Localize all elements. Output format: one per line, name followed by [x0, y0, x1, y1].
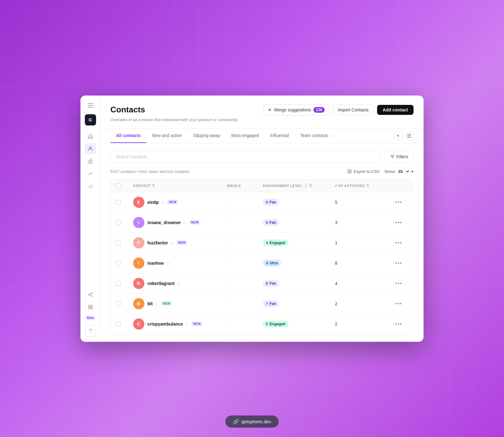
stats-row: 5317 contacts • Excl. team and bot conta… — [110, 169, 414, 174]
sidebar-item-contacts[interactable] — [85, 143, 96, 154]
sidebar-item-home[interactable] — [85, 130, 96, 142]
engagement-badge: 5 Engaged — [263, 321, 288, 327]
activities-value: 5 — [335, 200, 337, 205]
engagement-cell: 7 Fan — [258, 293, 330, 314]
engagement-badge: 4 Engaged — [263, 239, 288, 246]
svg-rect-8 — [91, 184, 92, 188]
sidebar-item-organizations[interactable] — [85, 155, 96, 167]
contact-name[interactable]: fuzzfactor — [148, 240, 168, 245]
emails-value: - — [227, 200, 228, 205]
emails-value: - — [227, 261, 228, 266]
engagement-cell: 8 Fan — [258, 192, 330, 212]
contact-avatar: E — [133, 197, 144, 208]
export-csv-button[interactable]: Export to CSV — [347, 169, 379, 174]
row-actions-cell: ••• — [388, 212, 413, 233]
engagement-sort-icon[interactable]: ⇅ — [309, 184, 313, 188]
row-checkbox[interactable] — [116, 301, 121, 306]
row-checkbox[interactable] — [116, 220, 121, 225]
row-more-button[interactable]: ••• — [393, 219, 405, 227]
tab-new-and-active[interactable]: New and active — [146, 129, 187, 143]
row-checkbox[interactable] — [116, 322, 121, 327]
engagement-score: 8 — [266, 200, 268, 204]
row-actions-cell: ••• — [388, 192, 413, 212]
manage-tabs-button[interactable] — [405, 131, 414, 140]
contact-name[interactable]: crispyambulance — [148, 322, 183, 327]
table-row: Eein0p☺NEW-8 Fan5••• — [111, 192, 413, 212]
engagement-info-icon[interactable]: i — [303, 184, 308, 188]
emails-cell: - — [222, 314, 258, 334]
row-actions-cell: ••• — [388, 314, 413, 334]
sidebar-item-integrations[interactable] — [85, 302, 96, 313]
sidebar-item-charts[interactable] — [85, 180, 96, 192]
status-icon: ☺ — [177, 281, 181, 286]
engagement-badge: 8 Fan — [263, 199, 279, 206]
row-more-button[interactable]: ••• — [393, 259, 405, 267]
svg-rect-7 — [90, 185, 91, 188]
new-badge: NEW — [189, 220, 201, 225]
import-contacts-button[interactable]: Import Contacts — [332, 105, 374, 115]
row-checkbox[interactable] — [116, 281, 121, 286]
bottom-bar: 🔗 getsphere.dev — [225, 415, 279, 428]
contact-cell: Iinsane_dreamer☺NEW — [128, 212, 222, 233]
search-container — [110, 151, 381, 163]
show-select[interactable]: Show: 20 50 100 ▾ — [385, 169, 414, 174]
select-all-checkbox[interactable] — [116, 183, 121, 188]
activities-cell: 1 — [330, 233, 388, 253]
svg-rect-13 — [90, 305, 92, 307]
emails-cell: - — [222, 233, 258, 253]
sidebar-item-analytics[interactable] — [85, 168, 96, 179]
row-more-button[interactable]: ••• — [393, 198, 405, 206]
add-contact-button[interactable]: Add contact — [377, 105, 414, 115]
row-checkbox[interactable] — [116, 261, 121, 266]
tab-team-contacts[interactable]: Team contacts — [294, 129, 334, 143]
row-checkbox[interactable] — [116, 200, 121, 205]
th-emails: EMAILS — [222, 179, 258, 192]
emails-cell: - — [222, 192, 258, 212]
th-engagement: ENGAGEMENT LEVEL i ⇅ — [258, 179, 330, 192]
contact-sort-icon[interactable]: ⇅ — [152, 184, 155, 188]
add-tab-button[interactable]: + — [394, 131, 402, 140]
status-icon: ☺ — [155, 301, 159, 306]
table-row: Ccrispyambulance☺NEW-5 Engaged2••• — [111, 314, 413, 334]
row-checkbox[interactable] — [116, 240, 121, 245]
header-actions: ✕ Merge suggestions 236 Import Contacts … — [263, 104, 414, 115]
engagement-score: 7 — [266, 302, 268, 306]
tab-all-contacts[interactable]: All contacts — [110, 129, 146, 143]
contact-name[interactable]: ivanhoe — [148, 261, 164, 266]
contact-name[interactable]: blt — [148, 301, 153, 306]
svg-rect-15 — [90, 307, 92, 309]
new-badge: NEW — [176, 240, 188, 245]
filters-button[interactable]: Filters — [385, 151, 414, 163]
table-row: Bblt☺NEW-7 Fan2••• — [111, 293, 413, 314]
new-badge: NEW — [161, 301, 172, 306]
emails-value: - — [227, 220, 228, 225]
row-more-button[interactable]: ••• — [393, 320, 405, 328]
engagement-score: 8 — [266, 221, 268, 224]
contact-name[interactable]: insane_dreamer — [148, 220, 181, 225]
engagement-score: 5 — [266, 322, 268, 326]
merge-suggestions-button[interactable]: ✕ Merge suggestions 236 — [263, 104, 329, 115]
tab-most-engaged[interactable]: Most engaged — [225, 129, 264, 143]
merge-icon: ✕ — [268, 107, 272, 112]
activities-cell: 8 — [330, 253, 388, 273]
contact-name[interactable]: ein0p — [148, 200, 159, 205]
svg-rect-16 — [407, 134, 411, 135]
search-input[interactable] — [110, 151, 381, 163]
tab-influential[interactable]: Influential — [264, 129, 294, 143]
activities-sort-icon[interactable]: ⇅ — [366, 184, 370, 188]
search-row: Filters — [110, 151, 414, 163]
row-more-button[interactable]: ••• — [393, 239, 405, 247]
row-more-button[interactable]: ••• — [393, 300, 405, 308]
user-avatar[interactable]: G — [85, 114, 96, 125]
row-more-button[interactable]: ••• — [393, 279, 405, 287]
sidebar-toggle[interactable] — [85, 101, 95, 110]
main-content: Contacts ✕ Merge suggestions 236 Import … — [100, 96, 424, 342]
engagement-cell: 9 Ultra — [258, 253, 330, 273]
contact-name[interactable]: robertlagrant — [148, 281, 175, 286]
sidebar-item-share[interactable] — [85, 289, 96, 300]
row-actions-cell: ••• — [388, 293, 413, 314]
row-checkbox-cell — [111, 314, 128, 334]
sidebar-help[interactable]: ? — [85, 326, 96, 337]
show-dropdown[interactable]: 20 50 100 — [397, 169, 410, 174]
tab-slipping-away[interactable]: Slipping away — [187, 129, 225, 143]
